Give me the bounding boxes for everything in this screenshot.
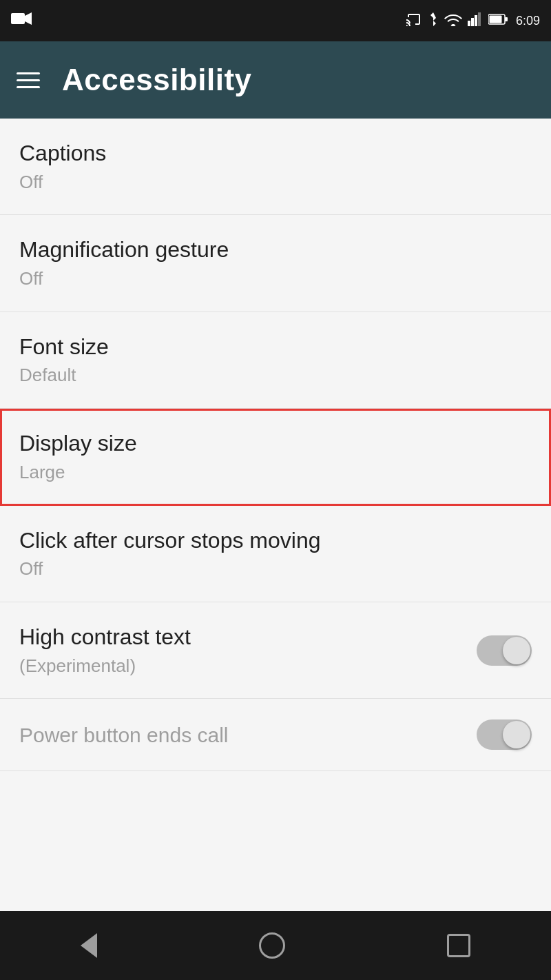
- power-toggle-knob: [503, 721, 530, 748]
- settings-item-display-size[interactable]: Display size Large: [0, 409, 551, 505]
- status-bar-right: 6:09: [406, 12, 540, 30]
- settings-item-click-cursor-content: Click after cursor stops moving Off: [19, 527, 532, 581]
- settings-item-power-button[interactable]: Power button ends call: [0, 699, 551, 771]
- display-size-title: Display size: [19, 429, 532, 458]
- svg-rect-2: [468, 21, 470, 26]
- status-bar-left: [11, 11, 32, 30]
- font-size-subtitle: Default: [19, 364, 532, 387]
- settings-item-font-size-content: Font size Default: [19, 333, 532, 387]
- status-bar: 6:09: [0, 0, 551, 41]
- battery-icon: [488, 14, 508, 28]
- settings-content: Captions Off Magnification gesture Off F…: [0, 119, 551, 911]
- settings-item-magnification[interactable]: Magnification gesture Off: [0, 215, 551, 312]
- cast-icon: [406, 12, 422, 29]
- home-icon: [259, 932, 285, 959]
- magnification-subtitle: Off: [19, 267, 532, 291]
- display-size-subtitle: Large: [19, 461, 532, 484]
- magnification-title: Magnification gesture: [19, 236, 532, 265]
- camera-icon: [11, 11, 32, 30]
- high-contrast-toggle[interactable]: [477, 635, 532, 666]
- wifi-icon: [444, 12, 462, 29]
- high-contrast-title: High contrast text: [19, 623, 477, 652]
- svg-rect-4: [475, 15, 477, 26]
- settings-item-high-contrast[interactable]: High contrast text (Experimental): [0, 602, 551, 699]
- captions-subtitle: Off: [19, 171, 532, 194]
- home-button[interactable]: [259, 932, 285, 959]
- svg-rect-7: [489, 16, 501, 23]
- svg-rect-0: [11, 13, 25, 24]
- high-contrast-subtitle: (Experimental): [19, 655, 477, 678]
- settings-item-click-cursor[interactable]: Click after cursor stops moving Off: [0, 506, 551, 602]
- back-button[interactable]: [81, 933, 97, 958]
- toolbar: Accessibility: [0, 41, 551, 119]
- power-button-title: Power button ends call: [19, 722, 477, 748]
- signal-icon: [468, 12, 483, 29]
- svg-marker-1: [25, 12, 32, 25]
- toggle-knob: [503, 637, 530, 664]
- click-cursor-subtitle: Off: [19, 558, 532, 581]
- svg-rect-5: [478, 12, 481, 26]
- settings-item-captions[interactable]: Captions Off: [0, 119, 551, 215]
- font-size-title: Font size: [19, 333, 532, 362]
- settings-item-power-content: Power button ends call: [19, 722, 477, 748]
- page-title: Accessibility: [62, 63, 252, 97]
- bottom-nav: [0, 911, 551, 980]
- recent-button[interactable]: [447, 934, 470, 957]
- settings-item-magnification-content: Magnification gesture Off: [19, 236, 532, 290]
- settings-item-high-contrast-content: High contrast text (Experimental): [19, 623, 477, 677]
- back-icon: [81, 933, 97, 958]
- bluetooth-icon: [428, 12, 439, 30]
- click-cursor-title: Click after cursor stops moving: [19, 527, 532, 555]
- power-button-toggle[interactable]: [477, 719, 532, 750]
- svg-rect-3: [471, 18, 474, 26]
- settings-item-captions-content: Captions Off: [19, 139, 532, 194]
- menu-button[interactable]: [17, 72, 40, 88]
- settings-item-font-size[interactable]: Font size Default: [0, 312, 551, 409]
- status-time: 6:09: [516, 14, 540, 28]
- svg-rect-8: [505, 17, 508, 21]
- recent-icon: [447, 934, 470, 957]
- settings-item-display-size-content: Display size Large: [19, 429, 532, 484]
- captions-title: Captions: [19, 139, 532, 168]
